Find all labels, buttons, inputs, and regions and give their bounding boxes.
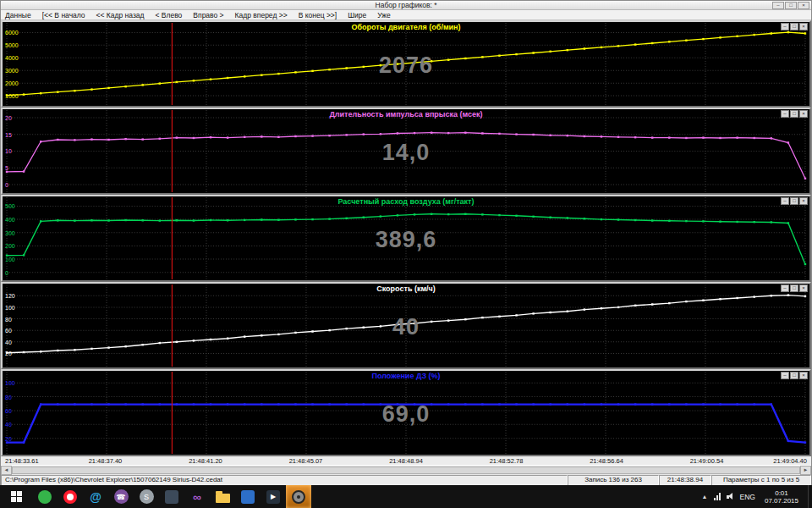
browser-green-icon[interactable]	[32, 485, 58, 508]
scrollbar-thumb[interactable]	[12, 467, 800, 474]
minimize-button[interactable]: –	[772, 2, 784, 9]
dark-app-glyph	[165, 490, 178, 504]
chart-panel-speed: 20406080100120 Скорость (км/ч) – □ × 40	[1, 282, 811, 369]
panel-close-button[interactable]: ×	[799, 197, 808, 205]
panel-controls: – □ ×	[781, 284, 808, 292]
chart-canvas[interactable]	[3, 109, 809, 193]
mail-at-icon[interactable]: @	[83, 485, 108, 508]
media-app-icon[interactable]: ▶	[261, 485, 286, 508]
time-label: 21:48:33.61	[5, 457, 39, 465]
scrollbar-track[interactable]	[12, 466, 800, 475]
panel-maximize-button[interactable]: □	[790, 197, 798, 205]
skype-gray-icon[interactable]: S	[134, 485, 159, 508]
panel-maximize-button[interactable]: □	[790, 23, 798, 30]
menu-item-to-start[interactable]: [<< В начало	[42, 11, 85, 19]
menu-item-right[interactable]: Вправо >	[193, 11, 223, 19]
tray-expand-icon[interactable]: ▲	[702, 494, 708, 500]
panel-close-button[interactable]: ×	[799, 284, 808, 292]
panel-controls: – □ ×	[781, 197, 808, 205]
time-axis: 21:48:33.6121:48:37.4021:48:41.2021:48:4…	[1, 456, 811, 465]
time-label: 21:48:37.40	[89, 457, 123, 465]
language-indicator[interactable]: ENG	[740, 493, 755, 501]
chevrolet-explorer-active-glyph	[292, 490, 305, 504]
time-label: 21:48:45.07	[289, 457, 323, 465]
window-title: Набор графиков: *	[1, 1, 811, 9]
scroll-right-icon[interactable]: ►	[800, 466, 811, 475]
time-label: 21:49:04.40	[773, 457, 807, 465]
panel-close-button[interactable]: ×	[799, 372, 808, 379]
chart-panel-throttle-position: 20406080100 Положение ДЗ (%) – □ × 69,0	[1, 369, 811, 456]
panel-minimize-button[interactable]: –	[781, 372, 789, 379]
browser-green-glyph	[38, 490, 52, 504]
panel-minimize-button[interactable]: –	[781, 284, 789, 292]
chart-canvas[interactable]	[3, 371, 809, 455]
panel-controls: – □ ×	[781, 372, 808, 379]
show-desktop-button[interactable]	[808, 485, 812, 508]
window-controls: – □ ×	[772, 2, 811, 9]
visual-studio-icon[interactable]: ∞	[184, 485, 210, 508]
volume-icon[interactable]	[727, 493, 734, 500]
file-explorer-icon[interactable]	[210, 485, 235, 508]
chart-canvas[interactable]	[3, 284, 809, 367]
time-label: 21:48:56.64	[590, 457, 623, 465]
visual-studio-glyph: ∞	[193, 490, 201, 504]
viber-glyph: ☎	[114, 489, 129, 504]
panel-maximize-button[interactable]: □	[790, 110, 798, 118]
chart-panel-engine-rpm: 100020003000400050006000 Обороты двигате…	[1, 20, 811, 108]
time-label: 21:48:41.20	[189, 457, 222, 465]
close-button[interactable]: ×	[798, 2, 809, 9]
taskbar-apps: @☎S∞▶	[0, 485, 311, 508]
system-tray: ▲ ENG 0:01 07.07.2015	[702, 485, 812, 508]
menu-item-to-end[interactable]: В конец >>]	[299, 11, 337, 19]
chart-panel-injection-pulse: 05101520 Длительность импульса впрыска (…	[1, 108, 811, 195]
viber-icon[interactable]: ☎	[108, 485, 134, 508]
chevrolet-explorer-active-icon[interactable]	[286, 485, 311, 508]
app-window: Набор графиков: * – □ × Данные[<< В нача…	[0, 0, 812, 485]
menu-item-narrower[interactable]: Уже	[377, 11, 391, 19]
skype-gray-glyph: S	[140, 489, 154, 504]
clock-date: 07.07.2015	[765, 497, 798, 505]
screen: Набор графиков: * – □ × Данные[<< В нача…	[0, 0, 812, 508]
chart-canvas[interactable]	[3, 196, 809, 280]
chart-canvas[interactable]	[3, 22, 809, 106]
panel-minimize-button[interactable]: –	[781, 197, 789, 205]
opera-glyph	[63, 490, 77, 504]
scroll-left-icon[interactable]: ◄	[1, 466, 12, 475]
charts-area: 100020003000400050006000 Обороты двигате…	[1, 20, 811, 456]
opera-icon[interactable]	[58, 485, 83, 508]
panel-close-button[interactable]: ×	[799, 23, 808, 30]
menubar: Данные[<< В начало<< Кадр назад< ВлевоВп…	[1, 10, 811, 20]
blue-app-icon[interactable]	[235, 485, 261, 508]
panel-maximize-button[interactable]: □	[790, 284, 798, 292]
panel-controls: – □ ×	[781, 110, 808, 118]
file-explorer-glyph	[216, 494, 230, 503]
time-label: 21:48:52.78	[490, 457, 524, 465]
horizontal-scrollbar[interactable]: ◄ ►	[1, 465, 811, 475]
mail-at-glyph: @	[90, 490, 102, 504]
menu-item-wider[interactable]: Шире	[348, 11, 366, 19]
taskbar: @☎S∞▶ ▲ ENG 0:01 07.07.2015	[0, 485, 812, 508]
panel-close-button[interactable]: ×	[799, 110, 808, 118]
chart-panel-air-flow: 0100200300400500 Расчетный расход воздух…	[1, 195, 811, 282]
time-label: 21:49:00.54	[690, 457, 724, 465]
menu-item-frame-back[interactable]: << Кадр назад	[96, 11, 145, 19]
panel-maximize-button[interactable]: □	[790, 372, 798, 379]
menu-item-frame-forward[interactable]: Кадр вперед >>	[235, 11, 288, 19]
start-button[interactable]	[0, 485, 32, 508]
media-app-glyph: ▶	[266, 490, 280, 504]
maximize-button[interactable]: □	[785, 2, 797, 9]
panel-minimize-button[interactable]: –	[781, 23, 789, 30]
dark-app-icon[interactable]	[159, 485, 184, 508]
clock-time: 0:01	[765, 489, 798, 497]
time-label: 21:48:48.94	[389, 457, 423, 465]
panel-minimize-button[interactable]: –	[781, 110, 789, 118]
panel-controls: – □ ×	[781, 23, 808, 30]
blue-app-glyph	[241, 490, 255, 504]
start-glyph	[11, 491, 22, 502]
titlebar: Набор графиков: * – □ ×	[1, 1, 811, 10]
clock[interactable]: 0:01 07.07.2015	[761, 489, 802, 505]
network-icon[interactable]	[714, 493, 721, 500]
menu-item-left[interactable]: < Влево	[156, 11, 183, 19]
menu-item-data[interactable]: Данные	[5, 11, 31, 19]
